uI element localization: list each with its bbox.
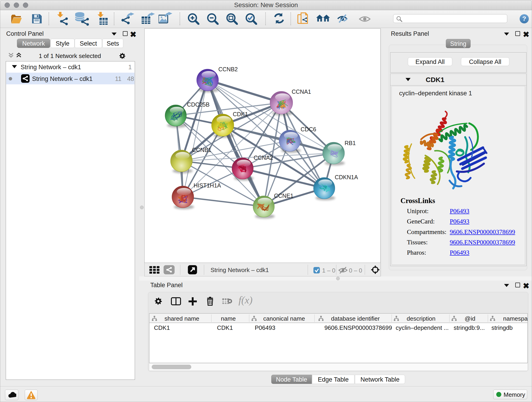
- svg-text:HIST1H1A: HIST1H1A: [194, 182, 221, 189]
- svg-text:CCNB2: CCNB2: [218, 66, 238, 72]
- svg-text:CCNB1: CCNB1: [192, 147, 211, 153]
- svg-text:CDC6: CDC6: [301, 126, 316, 133]
- svg-text:CDK1: CDK1: [233, 111, 248, 117]
- svg-text:CCNA2: CCNA2: [254, 154, 273, 161]
- svg-text:CDC25B: CDC25B: [187, 101, 210, 108]
- svg-text:RB1: RB1: [345, 140, 356, 146]
- svg-text:CCNE1: CCNE1: [274, 192, 293, 199]
- svg-text:CDKN1A: CDKN1A: [335, 174, 358, 180]
- svg-text:CCNA1: CCNA1: [292, 89, 311, 95]
